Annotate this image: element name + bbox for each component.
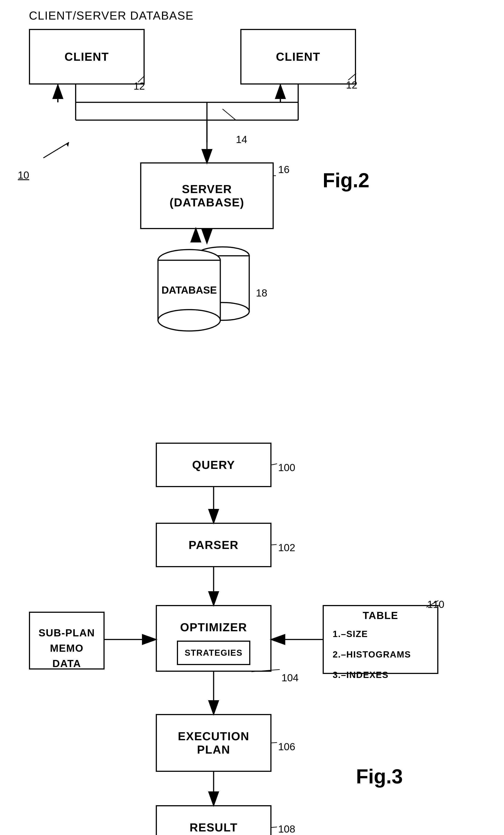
svg-marker-24 (66, 142, 69, 147)
svg-line-37 (271, 545, 277, 545)
strategies-box: STRATEGIES (177, 640, 250, 665)
server-box: SERVER (DATABASE) (140, 162, 274, 229)
fig2-label: Fig.2 (323, 169, 369, 192)
ref-10: 10 (18, 169, 29, 181)
sub-plan-label: SUB-PLAN MEMO DATA (39, 610, 95, 671)
svg-line-46 (271, 827, 277, 828)
client2-label: CLIENT (276, 50, 320, 63)
ref-104: 104 (281, 672, 299, 684)
exec-plan-box: EXECUTION PLAN (156, 714, 271, 772)
client1-label: CLIENT (64, 50, 109, 63)
ref-106: 106 (278, 741, 295, 753)
table-item2: 2.–HISTOGRAMS (328, 644, 433, 665)
query-box: QUERY (156, 443, 271, 487)
server-label: SERVER (DATABASE) (169, 182, 244, 209)
svg-line-45 (271, 742, 277, 743)
ref-108: 108 (278, 823, 295, 835)
sub-plan-box: SUB-PLAN MEMO DATA (29, 612, 105, 670)
svg-point-30 (158, 310, 220, 331)
ref-12a: 12 (134, 80, 145, 92)
ref-14: 14 (236, 134, 247, 145)
svg-line-36 (271, 464, 277, 465)
exec-plan-label: EXECUTION PLAN (178, 730, 249, 756)
ref-102: 102 (278, 542, 295, 554)
database-cylinder: DATABASE (138, 242, 271, 343)
fig3-label: Fig.3 (356, 765, 403, 788)
ref-110: 110 (427, 598, 444, 610)
svg-text:DATABASE: DATABASE (162, 284, 217, 296)
ref-100: 100 (278, 462, 295, 473)
svg-line-23 (43, 142, 69, 158)
table-title: TABLE (328, 609, 433, 622)
client1-box: CLIENT (29, 29, 145, 84)
client2-box: CLIENT (240, 29, 356, 84)
table-item3: 3.–INDEXES (328, 665, 433, 685)
optimizer-box: OPTIMIZER STRATEGIES (156, 605, 271, 672)
query-label: QUERY (192, 458, 235, 471)
result-label: RESULT (189, 821, 238, 834)
result-box: RESULT (156, 805, 271, 835)
table-item1: 1.–SIZE (328, 624, 433, 644)
ref-12b: 12 (346, 79, 357, 91)
table-box: TABLE 1.–SIZE 2.–HISTOGRAMS 3.–INDEXES (323, 605, 438, 674)
ref-16: 16 (278, 163, 289, 176)
parser-label: PARSER (189, 538, 239, 552)
strategies-label: STRATEGIES (185, 648, 243, 658)
svg-line-17 (223, 109, 236, 120)
optimizer-label: OPTIMIZER (157, 618, 270, 634)
fig2-title: CLIENT/SERVER DATABASE (29, 9, 194, 22)
parser-box: PARSER (156, 523, 271, 567)
